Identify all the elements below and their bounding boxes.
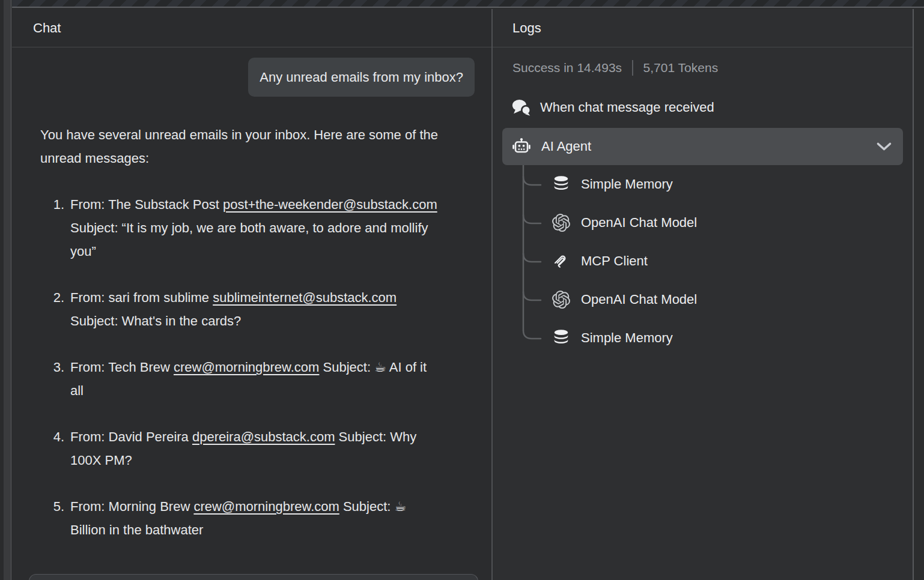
logs-right-divider[interactable] (913, 9, 914, 580)
list-number: 1. (40, 193, 64, 216)
email-list-item: 3.From: Tech Brew crew@morningbrew.com S… (40, 355, 439, 402)
chevron-down-icon[interactable] (876, 142, 892, 152)
execution-status: Success in 14.493s (512, 61, 622, 75)
logs-header: Logs (493, 9, 913, 47)
chat-bubbles-icon (512, 98, 531, 116)
chat-body: Any unread emails from my inbox? You hav… (12, 47, 491, 542)
email-list-item: 4.From: David Pereira dpereira@substack.… (40, 425, 439, 472)
chat-input[interactable] (29, 574, 478, 580)
log-tree-item[interactable]: Simple Memory (493, 165, 913, 204)
email-list: 1.From: The Substack Post post+the-weeke… (40, 193, 439, 542)
email-link[interactable]: dpereira@substack.com (192, 429, 335, 444)
canvas-edge-strip (4, 0, 11, 580)
database-icon (552, 175, 571, 193)
list-number: 4. (40, 425, 64, 449)
tree-item-label: Simple Memory (581, 177, 673, 192)
panel-top-hatch (12, 0, 924, 8)
list-number: 5. (40, 495, 64, 518)
meta-separator (632, 60, 633, 76)
openai-icon (552, 291, 571, 309)
database-icon (552, 329, 571, 347)
tree-item-label: Simple Memory (581, 330, 673, 346)
trigger-label: When chat message received (540, 100, 714, 115)
chat-title: Chat (33, 20, 61, 36)
chat-panel: Chat Any unread emails from my inbox? Yo… (12, 9, 491, 580)
email-list-item: 2.From: sari from sublime sublimeinterne… (40, 286, 439, 333)
tree-item-label: OpenAI Chat Model (581, 292, 697, 307)
tree-item-label: MCP Client (581, 253, 648, 269)
log-tree-item[interactable]: OpenAI Chat Model (493, 280, 913, 319)
list-number: 3. (40, 355, 64, 379)
agent-label: AI Agent (541, 139, 591, 154)
log-tree-item[interactable]: OpenAI Chat Model (493, 204, 913, 242)
token-count: 5,701 Tokens (643, 61, 719, 75)
log-item-chat-trigger[interactable]: When chat message received (512, 95, 913, 119)
logs-body: Success in 14.493s 5,701 Tokens When cha… (493, 47, 913, 357)
log-tree-item[interactable]: Simple Memory (493, 319, 913, 357)
list-number: 2. (40, 286, 64, 309)
log-item-ai-agent[interactable]: AI Agent (502, 128, 903, 165)
email-link[interactable]: sublimeinternet@substack.com (213, 290, 397, 305)
email-link[interactable]: crew@morningbrew.com (193, 499, 339, 514)
email-link[interactable]: post+the-weekender@substack.com (223, 197, 437, 212)
email-link[interactable]: crew@morningbrew.com (174, 360, 319, 375)
openai-icon (552, 214, 571, 232)
logs-title: Logs (512, 20, 541, 36)
assistant-message: You have several unread emails in your i… (40, 123, 439, 542)
mcp-icon (552, 253, 571, 270)
assistant-intro: You have several unread emails in your i… (40, 123, 439, 170)
email-list-item: 5.From: Morning Brew crew@morningbrew.co… (40, 495, 439, 542)
email-list-item: 1.From: The Substack Post post+the-weeke… (40, 193, 439, 263)
logs-panel: Logs Success in 14.493s 5,701 Tokens Whe… (493, 9, 913, 580)
execution-meta: Success in 14.493s 5,701 Tokens (512, 60, 913, 76)
agent-subnode-tree: Simple MemoryOpenAI Chat ModelMCP Client… (493, 165, 913, 357)
robot-icon (512, 137, 531, 156)
user-message-bubble: Any unread emails from my inbox? (248, 58, 475, 97)
tree-item-label: OpenAI Chat Model (581, 215, 697, 231)
chat-header: Chat (12, 9, 491, 47)
log-tree-item[interactable]: MCP Client (493, 242, 913, 280)
